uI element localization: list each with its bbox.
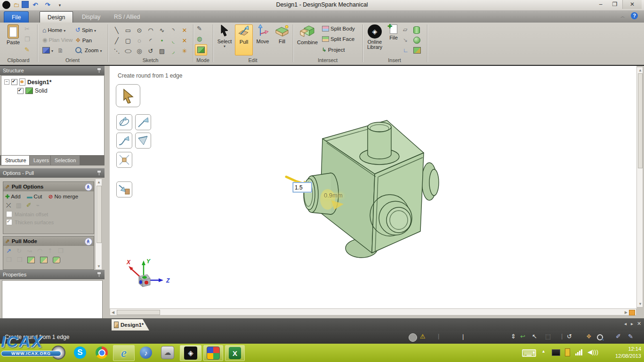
select-cursor-tool[interactable] <box>116 84 140 107</box>
orient-cube-button[interactable] <box>42 47 53 54</box>
home-button[interactable]: ⌂Home <box>42 26 65 34</box>
scroll-up-icon[interactable]: ▲ <box>97 180 101 184</box>
ellipse-icon[interactable]: ◌ <box>134 36 145 46</box>
combine-button[interactable]: Combine <box>296 24 319 55</box>
scroll-updown-icon[interactable]: ⇕ <box>511 333 516 340</box>
cursor-icon[interactable]: ↖ <box>532 333 537 340</box>
shell-icon[interactable] <box>413 47 421 55</box>
taskbar-cloud-app[interactable]: ☁ <box>159 345 176 360</box>
restore-button[interactable]: ❐ <box>608 0 621 9</box>
rectangle-icon[interactable]: ▭ <box>122 25 134 36</box>
design-canvas[interactable]: Create round from 1 edge <box>110 66 636 308</box>
flip-icon[interactable]: ↩ <box>520 333 525 340</box>
insert-file-button[interactable]: ✚ File <box>386 24 401 57</box>
section-mode-icon[interactable]: ◍ <box>197 35 202 42</box>
sketch-line-icon[interactable]: ↘ <box>403 37 408 43</box>
tab-selection[interactable]: Selection <box>50 155 80 165</box>
pull-no-merge-option[interactable]: ⊘ No merge <box>48 194 78 199</box>
move-button[interactable]: Move <box>254 24 271 55</box>
curved-pull-tool[interactable] <box>116 133 132 149</box>
touch-keyboard-icon[interactable]: ⌨ <box>522 347 537 360</box>
tree-collapse-icon[interactable]: − <box>4 79 9 85</box>
split-icon[interactable]: ✕ <box>179 36 190 46</box>
tab-file[interactable]: File <box>4 11 29 23</box>
bend-icon[interactable]: ◟ <box>168 36 179 46</box>
volume-icon[interactable]: ◀))) <box>588 348 598 355</box>
scroll-left-icon[interactable]: ◀ <box>112 310 114 315</box>
dimension-input[interactable] <box>293 182 312 192</box>
paste-button[interactable]: Paste <box>4 24 23 55</box>
through-all-icon[interactable] <box>53 257 60 263</box>
rounded-rectangle-icon[interactable]: ▢ <box>122 36 134 46</box>
pull-direction-icon[interactable]: ✐ <box>26 202 32 209</box>
taskbar-designspark[interactable]: ◈ <box>180 345 201 361</box>
line-icon[interactable]: ╲ <box>111 25 122 36</box>
sphere-icon[interactable] <box>413 37 420 44</box>
pin-icon[interactable] <box>97 68 101 73</box>
battery-icon[interactable] <box>565 348 570 356</box>
sweep-arc-icon[interactable]: ◝ <box>168 25 179 36</box>
pull-options-header[interactable]: ⇗ Pull Options ≫ <box>3 182 94 191</box>
tab-design[interactable]: Design <box>40 11 73 23</box>
close-button[interactable]: ✕ <box>622 0 642 9</box>
tab-rs-allied[interactable]: RS / Allied <box>106 11 147 23</box>
scroll-down-icon[interactable]: ▼ <box>638 302 642 306</box>
pull-add-option[interactable]: ✚ Add <box>5 194 21 199</box>
taskbar-skype[interactable]: S <box>72 345 89 360</box>
split-face-button[interactable]: Split Face <box>322 36 354 42</box>
trim-icon[interactable]: ✕ <box>179 25 190 36</box>
prev-tab-icon[interactable]: ◂ <box>624 321 627 326</box>
format-painter-icon[interactable]: ✎ <box>24 46 30 53</box>
action-center-icon[interactable] <box>552 349 560 356</box>
collapse-section-icon[interactable]: ≫ <box>85 183 92 191</box>
spin-icon[interactable]: ↺ <box>567 333 572 340</box>
tab-structure[interactable]: Structure <box>1 155 31 165</box>
doc-tab-design1[interactable]: Design1* × <box>112 319 149 331</box>
point-icon[interactable]: • <box>156 36 168 46</box>
scroll-down-icon[interactable]: ▼ <box>97 264 101 268</box>
view-sketch-button[interactable]: 🗎 <box>57 47 64 54</box>
scroll-right-icon[interactable]: ▶ <box>625 310 628 315</box>
pin-icon[interactable] <box>97 171 101 175</box>
tree-label-design1[interactable]: Design1* <box>27 79 51 86</box>
chamfer-icon[interactable]: ◞ <box>168 46 179 56</box>
fill-button[interactable]: Fill <box>273 24 291 55</box>
spin-button[interactable]: ↺Spin <box>75 26 96 33</box>
tangent-arc-icon[interactable]: ◠ <box>145 25 156 36</box>
panel-splitter[interactable] <box>105 66 110 318</box>
pull-to-target-tool[interactable] <box>116 181 132 197</box>
annotate-pen-icon[interactable]: ✎ <box>628 333 633 340</box>
design1-checkbox[interactable] <box>11 79 17 85</box>
up-to-body-icon[interactable] <box>27 257 35 263</box>
next-tab-icon[interactable]: ▸ <box>631 321 633 326</box>
network-icon[interactable] <box>575 349 584 357</box>
pull-cut-option[interactable]: ▬ Cut <box>27 194 42 199</box>
axes-icon[interactable]: ∟ <box>403 47 409 54</box>
disable-sketch-icon[interactable]: ▨ <box>156 46 168 56</box>
minimize-button[interactable]: – <box>594 0 607 9</box>
spin-tool[interactable] <box>116 114 132 130</box>
options-scrollbar[interactable]: ▲ ▼ <box>95 179 102 270</box>
close-doc-icon[interactable]: × <box>146 322 149 328</box>
taskbar-internet-explorer[interactable]: e <box>113 345 135 361</box>
taskbar-chrome[interactable] <box>93 345 110 360</box>
close-all-tabs-icon[interactable]: ✕ <box>637 321 641 327</box>
sketch-pen-icon[interactable]: ✐ <box>616 333 621 340</box>
pan-icon[interactable]: ❖ <box>586 333 592 340</box>
tree-row-solid[interactable]: Solid <box>1 86 104 94</box>
spline-icon[interactable]: ∿ <box>156 25 168 36</box>
taskbar-excel[interactable]: X <box>225 345 245 361</box>
cylinder-icon[interactable] <box>413 26 420 34</box>
hidden-icons-icon[interactable]: ▴ <box>542 348 545 354</box>
tab-display[interactable]: Display <box>74 11 108 23</box>
scroll-corner-button[interactable] <box>629 310 635 315</box>
no-offset-icon[interactable]: ⤫ <box>6 202 11 209</box>
warning-icon[interactable]: ⚠ <box>420 333 426 340</box>
online-library-button[interactable]: ◈ Online Library <box>364 24 385 57</box>
sketch-mode-icon[interactable]: ✎ <box>197 25 202 32</box>
pull-arrow-icon[interactable]: ↗ <box>6 247 11 254</box>
zoom-icon[interactable] <box>597 334 603 342</box>
solid-checkbox[interactable] <box>17 88 24 94</box>
taskbar-itunes[interactable]: ♪ <box>137 345 154 360</box>
oval-icon[interactable]: ◯ <box>122 46 134 56</box>
